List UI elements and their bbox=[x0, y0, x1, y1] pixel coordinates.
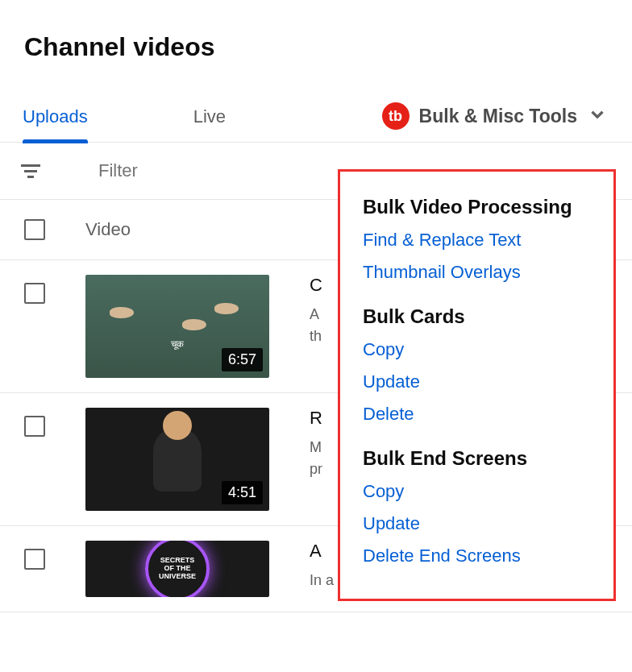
link-find-replace[interactable]: Find & Replace Text bbox=[363, 230, 591, 251]
thumbnail-logo-text: SECRETS OF THE UNIVERSE bbox=[159, 557, 196, 581]
row-checkbox[interactable] bbox=[24, 549, 45, 570]
duration-badge: 4:51 bbox=[222, 481, 263, 504]
video-thumbnail[interactable]: 4:51 bbox=[85, 408, 269, 511]
link-endscreens-update[interactable]: Update bbox=[363, 513, 591, 534]
bulk-tools-label: Bulk & Misc Tools bbox=[419, 106, 577, 127]
dropdown-section-title: Bulk End Screens bbox=[363, 447, 591, 470]
tabs-bar: Uploads Live tb Bulk & Misc Tools bbox=[0, 62, 632, 143]
tubebuddy-logo-icon: tb bbox=[382, 102, 410, 130]
link-cards-delete[interactable]: Delete bbox=[363, 404, 591, 425]
page-title: Channel videos bbox=[0, 0, 632, 62]
video-thumbnail[interactable]: SECRETS OF THE UNIVERSE bbox=[85, 541, 269, 597]
link-thumbnail-overlays[interactable]: Thumbnail Overlays bbox=[363, 262, 591, 283]
link-endscreens-copy[interactable]: Copy bbox=[363, 481, 591, 502]
bulk-tools-trigger[interactable]: tb Bulk & Misc Tools bbox=[382, 102, 608, 138]
thumbnail-overlay-text: चूक bbox=[171, 338, 184, 350]
filter-icon[interactable] bbox=[19, 164, 42, 178]
select-all-checkbox[interactable] bbox=[24, 219, 45, 240]
link-endscreens-delete[interactable]: Delete End Screens bbox=[363, 545, 591, 566]
chevron-down-icon bbox=[587, 104, 608, 128]
row-checkbox[interactable] bbox=[24, 416, 45, 437]
tab-live[interactable]: Live bbox=[187, 98, 232, 142]
video-thumbnail[interactable]: चूक 6:57 bbox=[85, 275, 269, 378]
link-cards-update[interactable]: Update bbox=[363, 371, 591, 392]
duration-badge: 6:57 bbox=[222, 348, 263, 371]
link-cards-copy[interactable]: Copy bbox=[363, 339, 591, 360]
column-video-label: Video bbox=[85, 219, 131, 240]
dropdown-section-title: Bulk Video Processing bbox=[363, 196, 591, 218]
tab-uploads[interactable]: Uploads bbox=[16, 98, 94, 142]
row-checkbox[interactable] bbox=[24, 283, 45, 304]
dropdown-section-title: Bulk Cards bbox=[363, 305, 591, 328]
bulk-tools-dropdown: Bulk Video Processing Find & Replace Tex… bbox=[338, 169, 616, 601]
